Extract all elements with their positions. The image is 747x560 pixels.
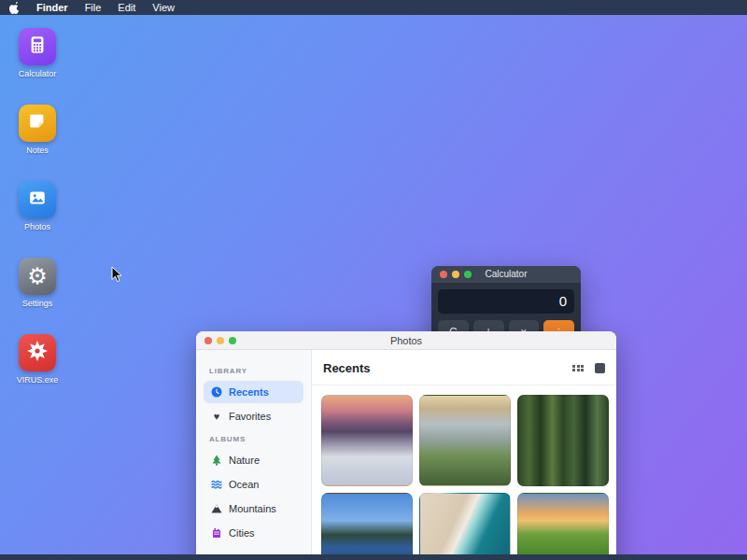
- close-button[interactable]: [204, 337, 212, 344]
- photos-sidebar: LIBRARY Recents ♥ Favorites ALBUMS: [196, 350, 312, 560]
- single-view-icon[interactable]: [595, 363, 605, 373]
- notes-icon: [27, 111, 48, 135]
- grid-view-icon[interactable]: [572, 365, 584, 372]
- photos-window: Photos LIBRARY Recents ♥ Favorites ALBUM…: [196, 331, 616, 560]
- sidebar-item-label: Cities: [229, 527, 255, 539]
- heart-icon: ♥: [211, 411, 222, 422]
- icon-label: VIRUS.exe: [17, 375, 59, 385]
- icon-label: Settings: [22, 299, 53, 308]
- icon-label: Photos: [24, 222, 50, 231]
- sidebar-item-label: Recents: [229, 386, 269, 398]
- sidebar-item-nature[interactable]: Nature: [204, 449, 303, 471]
- sidebar-item-cities[interactable]: Cities: [204, 522, 303, 544]
- minimize-button[interactable]: [452, 271, 459, 278]
- menu-item-file[interactable]: File: [85, 0, 102, 15]
- minimize-button[interactable]: [217, 337, 224, 344]
- sidebar-item-mountains[interactable]: Mountains: [204, 497, 303, 520]
- desktop-icon-virus-exe[interactable]: VIRUS.exe: [15, 334, 60, 385]
- menu-item-view[interactable]: View: [152, 0, 175, 15]
- photo-grid: [312, 385, 616, 560]
- window-controls: [204, 337, 236, 344]
- calculator-icon: [27, 35, 48, 59]
- desktop-icon-notes[interactable]: Notes: [15, 105, 60, 155]
- photo-thumbnail-lake-dock-evening[interactable]: [321, 493, 413, 560]
- view-toggles: [572, 363, 605, 373]
- apple-menu-icon[interactable]: [9, 2, 20, 13]
- photo-thumbnail-beach-wave-aerial[interactable]: [419, 493, 511, 560]
- sidebar-item-label: Ocean: [229, 479, 259, 490]
- tree-icon: [211, 455, 222, 466]
- photos-titlebar[interactable]: Photos: [196, 331, 616, 350]
- desktop-icon-photos[interactable]: Photos: [15, 181, 60, 231]
- photo-thumbnail-mountain-sunset-clouds[interactable]: [321, 395, 413, 486]
- photo-thumbnail-sunlit-forest-path[interactable]: [517, 395, 609, 486]
- photo-thumbnail-green-glen-sunset[interactable]: [517, 493, 609, 560]
- menu-item-finder[interactable]: Finder: [36, 0, 68, 15]
- building-icon: [211, 527, 222, 539]
- clock-icon: [211, 386, 222, 398]
- content-header: Recents: [312, 350, 616, 385]
- taskbar-edge: [0, 554, 747, 560]
- virus-gear-icon: [26, 340, 49, 366]
- calculator-display: 0: [438, 289, 574, 314]
- sidebar-item-label: Favorites: [229, 411, 271, 422]
- menu-bar: Finder File Edit View: [0, 0, 747, 15]
- window-controls: [440, 271, 472, 278]
- mountain-icon: [211, 503, 222, 514]
- zoom-button[interactable]: [229, 337, 236, 344]
- desktop-icon-calculator[interactable]: Calculator: [15, 28, 60, 78]
- sidebar-item-label: Mountains: [229, 503, 276, 514]
- window-title: Photos: [196, 331, 616, 350]
- sidebar-item-label: Nature: [229, 455, 260, 466]
- close-button[interactable]: [440, 271, 447, 278]
- menu-item-edit[interactable]: Edit: [118, 0, 135, 15]
- sidebar-item-recents[interactable]: Recents: [204, 381, 303, 403]
- photo-thumbnail-foggy-green-valley[interactable]: [419, 395, 511, 486]
- sidebar-item-favorites[interactable]: ♥ Favorites: [204, 405, 303, 427]
- calculator-titlebar[interactable]: Calculator: [431, 266, 581, 283]
- mouse-cursor: [111, 266, 123, 287]
- photos-content: Recents: [312, 350, 616, 560]
- gear-icon: ⚙: [27, 265, 48, 287]
- desktop-icon-settings[interactable]: ⚙ Settings: [15, 258, 60, 308]
- icon-label: Notes: [26, 146, 49, 155]
- desktop-background: Finder File Edit View Calculator Notes: [0, 0, 747, 560]
- desktop-icon-column: Calculator Notes Photos ⚙ Settings: [15, 28, 60, 411]
- waves-icon: [211, 479, 222, 490]
- sidebar-item-ocean[interactable]: Ocean: [204, 473, 303, 496]
- sidebar-section-albums: ALBUMS: [209, 435, 303, 443]
- sidebar-section-library: LIBRARY: [209, 367, 303, 375]
- photos-icon: [27, 188, 48, 212]
- zoom-button[interactable]: [464, 271, 472, 278]
- content-heading: Recents: [323, 361, 371, 375]
- icon-label: Calculator: [19, 69, 57, 78]
